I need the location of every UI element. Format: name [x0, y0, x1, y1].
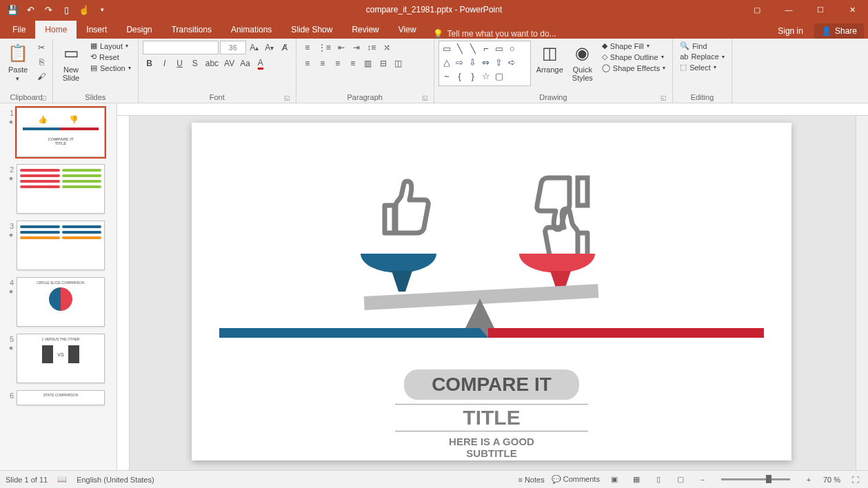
reading-view-icon[interactable]: ▯: [651, 473, 666, 487]
shape-line2-icon[interactable]: ╲: [467, 43, 479, 54]
zoom-slider[interactable]: [721, 478, 790, 480]
shape-connector-icon[interactable]: ⌐: [480, 43, 492, 54]
maximize-icon[interactable]: ☐: [805, 0, 836, 19]
slideshow-view-icon[interactable]: ▢: [673, 473, 688, 487]
thumbnail-slide-4[interactable]: CIRCLE SLICE COMPARISON: [17, 277, 105, 327]
thumbnail-6[interactable]: 6 STATS COMPARISON: [4, 390, 117, 405]
bold-button[interactable]: B: [143, 57, 157, 70]
strikethrough-button[interactable]: S: [188, 57, 202, 70]
zoom-out-icon[interactable]: −: [695, 473, 710, 487]
share-button[interactable]: 👤 Share: [814, 23, 864, 39]
undo-icon[interactable]: ↶: [22, 1, 39, 18]
ribbon-display-options-icon[interactable]: ▢: [741, 0, 773, 19]
tab-review[interactable]: Review: [342, 21, 388, 39]
qat-customize-icon[interactable]: ▾: [94, 1, 110, 18]
increase-font-button[interactable]: A▴: [248, 41, 261, 54]
slide-canvas[interactable]: COMPARE IT TITLE HERE IS A GOOD SUBTITLE: [130, 116, 856, 470]
section-button[interactable]: ▤Section▾: [88, 63, 134, 73]
copy-button[interactable]: ⎘: [34, 55, 48, 69]
font-size-combo[interactable]: 36: [220, 41, 246, 54]
shape-brace-l-icon[interactable]: {: [454, 71, 466, 82]
thumbnail-slide-2[interactable]: [17, 164, 105, 214]
replace-button[interactable]: abReplace▾: [677, 52, 727, 61]
italic-button[interactable]: I: [158, 57, 172, 70]
shape-outline-button[interactable]: ◇Shape Outline▾: [599, 52, 668, 62]
slide-thumbnails-panel[interactable]: 1★ 👍 👎 COMPARE ITTITLE 2★ 3★ 4★ CIRCLE S…: [0, 103, 117, 470]
shape-effects-button[interactable]: ◯Shape Effects▾: [599, 63, 668, 73]
align-right-button[interactable]: ≡: [331, 57, 345, 70]
shape-fill-button[interactable]: ◆Shape Fill▾: [599, 41, 668, 51]
thumbnail-4[interactable]: 4★ CIRCLE SLICE COMPARISON: [4, 277, 117, 327]
zoom-level[interactable]: 70 %: [823, 476, 840, 484]
normal-view-icon[interactable]: ▣: [607, 473, 622, 487]
thumbnail-slide-3[interactable]: [17, 221, 105, 270]
shape-triangle-icon[interactable]: △: [441, 57, 453, 68]
drawing-dialog-icon[interactable]: ◱: [660, 94, 667, 101]
fit-to-window-icon[interactable]: ⛶: [847, 473, 862, 487]
minimize-icon[interactable]: —: [773, 0, 805, 19]
slide-subtitle-3[interactable]: SUBTITLE: [192, 447, 791, 459]
thumbnail-slide-1[interactable]: 👍 👎 COMPARE ITTITLE: [17, 108, 105, 157]
clear-formatting-button[interactable]: A̸: [278, 41, 292, 54]
thumbnail-slide-6[interactable]: STATS COMPARISON: [17, 390, 105, 405]
zoom-in-icon[interactable]: +: [801, 473, 816, 487]
quick-styles-button[interactable]: ◉ Quick Styles: [569, 41, 596, 83]
touch-mode-icon[interactable]: ☝: [76, 1, 92, 18]
slide-subtitle-2[interactable]: HERE IS A GOOD: [192, 436, 791, 447]
thumbnail-5[interactable]: 5★ 1 VERSUS THE OTHER VS: [4, 334, 117, 383]
language-status[interactable]: English (United States): [77, 476, 154, 484]
smartart-button[interactable]: ◫: [392, 57, 405, 70]
thumbnail-2[interactable]: 2★: [4, 164, 117, 214]
decrease-font-button[interactable]: A▾: [263, 41, 276, 54]
paragraph-dialog-icon[interactable]: ◱: [422, 94, 428, 101]
increase-indent-button[interactable]: ⇥: [350, 41, 363, 54]
text-direction-button[interactable]: ⤭: [380, 41, 394, 54]
layout-button[interactable]: ▦Layout▾: [88, 41, 134, 51]
thumbnail-1[interactable]: 1★ 👍 👎 COMPARE ITTITLE: [4, 108, 117, 157]
line-spacing-button[interactable]: ↕≡: [365, 41, 379, 54]
tab-transitions[interactable]: Transitions: [162, 21, 221, 39]
slide-title[interactable]: COMPARE IT: [404, 369, 579, 400]
tab-design[interactable]: Design: [117, 21, 161, 39]
align-text-button[interactable]: ⊟: [376, 57, 390, 70]
shape-brace-r-icon[interactable]: }: [467, 71, 479, 82]
reset-button[interactable]: ⟲Reset: [88, 52, 134, 62]
decrease-indent-button[interactable]: ⇤: [334, 41, 348, 54]
bullets-button[interactable]: ≡: [301, 41, 314, 54]
cut-button[interactable]: ✂: [34, 41, 48, 54]
sign-in-link[interactable]: Sign in: [772, 23, 809, 39]
tab-insert[interactable]: Insert: [77, 21, 117, 39]
find-button[interactable]: 🔍Find: [677, 41, 727, 51]
slide-count[interactable]: Slide 1 of 11: [6, 476, 48, 484]
shape-textbox-icon[interactable]: ▭: [441, 43, 453, 54]
font-color-button[interactable]: A: [254, 57, 268, 70]
redo-icon[interactable]: ↷: [40, 1, 57, 18]
tell-me-search[interactable]: 💡 Tell me what you want to do...: [433, 29, 556, 39]
shape-wave-icon[interactable]: ~: [441, 71, 453, 82]
tab-file[interactable]: File: [0, 21, 35, 39]
change-case-button[interactable]: Aa: [238, 57, 252, 70]
justify-button[interactable]: ≡: [346, 57, 360, 70]
slide-editor[interactable]: COMPARE IT TITLE HERE IS A GOOD SUBTITLE: [192, 123, 791, 460]
new-slide-button[interactable]: ▭ New Slide: [57, 41, 85, 83]
shape-action-icon[interactable]: ▢: [493, 71, 505, 82]
shape-arrow-r-icon[interactable]: ⇨: [454, 57, 466, 68]
save-icon[interactable]: 💾: [4, 1, 21, 18]
shape-arrow-u-icon[interactable]: ⇧: [493, 57, 505, 68]
shape-line-icon[interactable]: ╲: [454, 43, 466, 54]
numbering-button[interactable]: ⋮≡: [316, 41, 333, 54]
shape-oval-icon[interactable]: ○: [506, 43, 518, 54]
shape-arrow-lr-icon[interactable]: ⇔: [480, 57, 492, 68]
select-button[interactable]: ⬚Select▾: [677, 62, 727, 72]
start-from-beginning-icon[interactable]: ▯: [58, 1, 74, 18]
shape-arrow-d-icon[interactable]: ⇩: [467, 57, 479, 68]
shape-rect-icon[interactable]: ▭: [493, 43, 505, 54]
spell-check-icon[interactable]: 📖: [57, 475, 67, 484]
slide-subtitle-1[interactable]: TITLE: [192, 406, 791, 429]
clipboard-dialog-icon[interactable]: ◱: [41, 94, 47, 101]
underline-button[interactable]: U: [173, 57, 187, 70]
align-center-button[interactable]: ≡: [316, 57, 330, 70]
format-painter-button[interactable]: 🖌: [34, 70, 48, 83]
tab-animations[interactable]: Animations: [221, 21, 281, 39]
align-left-button[interactable]: ≡: [301, 57, 314, 70]
